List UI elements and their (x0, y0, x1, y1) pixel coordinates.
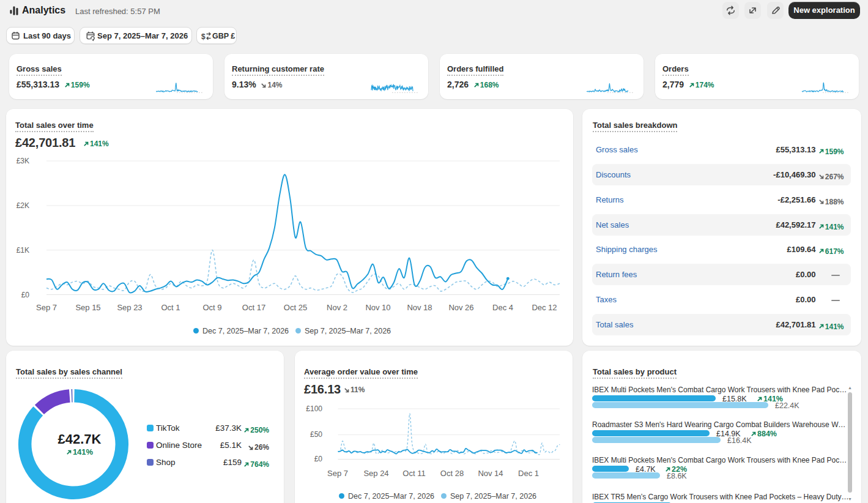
svg-text:$: $ (201, 32, 206, 41)
